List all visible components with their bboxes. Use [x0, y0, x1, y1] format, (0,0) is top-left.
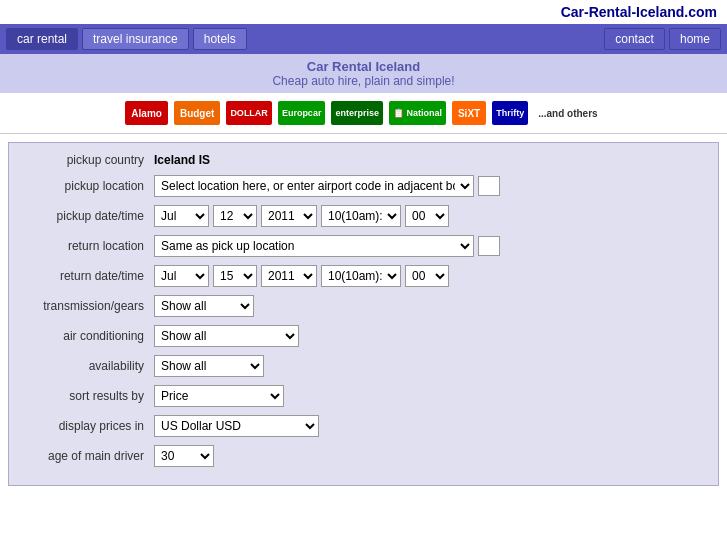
page-title-bar: Car Rental Iceland Cheap auto hire, plai…	[0, 54, 727, 93]
return-hour-select[interactable]: 10(10am):	[321, 265, 401, 287]
pickup-location-row: pickup location Select location here, or…	[24, 175, 703, 197]
transmission-row: transmission/gears Show all	[24, 295, 703, 317]
pickup-hour-select[interactable]: 10(10am):	[321, 205, 401, 227]
return-location-row: return location Same as pick up location	[24, 235, 703, 257]
sort-row: sort results by Price	[24, 385, 703, 407]
brand-alamo: Alamo	[125, 101, 168, 125]
brand-europcar: Europcar	[278, 101, 326, 125]
sort-select[interactable]: Price	[154, 385, 284, 407]
page-title-line2: Cheap auto hire, plain and simple!	[5, 74, 722, 88]
nav-contact[interactable]: contact	[604, 28, 665, 50]
sort-label: sort results by	[24, 389, 154, 403]
pickup-min-select[interactable]: 00	[405, 205, 449, 227]
availability-row: availability Show all	[24, 355, 703, 377]
return-month-select[interactable]: Jul	[154, 265, 209, 287]
transmission-controls: Show all	[154, 295, 703, 317]
nav-travel-insurance[interactable]: travel insurance	[82, 28, 189, 50]
brand-budget: Budget	[174, 101, 220, 125]
currency-label: display prices in	[24, 419, 154, 433]
transmission-label: transmission/gears	[24, 299, 154, 313]
pickup-datetime-label: pickup date/time	[24, 209, 154, 223]
availability-controls: Show all	[154, 355, 703, 377]
pickup-datetime-row: pickup date/time Jul 12 2011 10(10am): 0…	[24, 205, 703, 227]
nav-hotels[interactable]: hotels	[193, 28, 247, 50]
pickup-country-label: pickup country	[24, 153, 154, 167]
pickup-location-select[interactable]: Select location here, or enter airport c…	[154, 175, 474, 197]
aircon-label: air conditioning	[24, 329, 154, 343]
return-datetime-row: return date/time Jul 15 2011 10(10am): 0…	[24, 265, 703, 287]
return-location-box[interactable]	[478, 236, 500, 256]
return-location-select[interactable]: Same as pick up location	[154, 235, 474, 257]
return-location-controls: Same as pick up location	[154, 235, 703, 257]
availability-label: availability	[24, 359, 154, 373]
site-header: Car-Rental-Iceland.com	[0, 0, 727, 24]
pickup-country-value: Iceland IS	[154, 153, 210, 167]
age-row: age of main driver 30	[24, 445, 703, 467]
currency-select[interactable]: US Dollar USD	[154, 415, 319, 437]
return-day-select[interactable]: 15	[213, 265, 257, 287]
pickup-year-select[interactable]: 2011	[261, 205, 317, 227]
availability-select[interactable]: Show all	[154, 355, 264, 377]
return-location-label: return location	[24, 239, 154, 253]
currency-controls: US Dollar USD	[154, 415, 703, 437]
nav-home[interactable]: home	[669, 28, 721, 50]
nav-car-rental[interactable]: car rental	[6, 28, 78, 50]
brand-thrifty: Thrifty	[492, 101, 528, 125]
main-form-area: pickup country Iceland IS pickup locatio…	[8, 142, 719, 486]
brand-sixt: SiXT	[452, 101, 486, 125]
return-datetime-label: return date/time	[24, 269, 154, 283]
age-select[interactable]: 30	[154, 445, 214, 467]
nav-bar: car rental travel insurance hotels conta…	[0, 24, 727, 54]
pickup-location-label: pickup location	[24, 179, 154, 193]
return-datetime-controls: Jul 15 2011 10(10am): 00	[154, 265, 703, 287]
brand-others: ...and others	[534, 101, 601, 125]
return-year-select[interactable]: 2011	[261, 265, 317, 287]
pickup-location-controls: Select location here, or enter airport c…	[154, 175, 703, 197]
transmission-select[interactable]: Show all	[154, 295, 254, 317]
age-label: age of main driver	[24, 449, 154, 463]
pickup-day-select[interactable]: 12	[213, 205, 257, 227]
pickup-month-select[interactable]: Jul	[154, 205, 209, 227]
brand-enterprise: enterprise	[331, 101, 383, 125]
brand-dollar: DOLLAR	[226, 101, 272, 125]
pickup-datetime-controls: Jul 12 2011 10(10am): 00	[154, 205, 703, 227]
pickup-country-row: pickup country Iceland IS	[24, 153, 703, 167]
currency-row: display prices in US Dollar USD	[24, 415, 703, 437]
aircon-row: air conditioning Show all	[24, 325, 703, 347]
age-controls: 30	[154, 445, 703, 467]
site-name: Car-Rental-Iceland.com	[561, 4, 717, 20]
pickup-country-value-area: Iceland IS	[154, 153, 703, 167]
aircon-select[interactable]: Show all	[154, 325, 299, 347]
page-title-line1: Car Rental Iceland	[5, 59, 722, 74]
brands-bar: Alamo Budget DOLLAR Europcar enterprise …	[0, 93, 727, 134]
pickup-location-box[interactable]	[478, 176, 500, 196]
brand-national: 📋 National	[389, 101, 446, 125]
return-min-select[interactable]: 00	[405, 265, 449, 287]
aircon-controls: Show all	[154, 325, 703, 347]
sort-controls: Price	[154, 385, 703, 407]
